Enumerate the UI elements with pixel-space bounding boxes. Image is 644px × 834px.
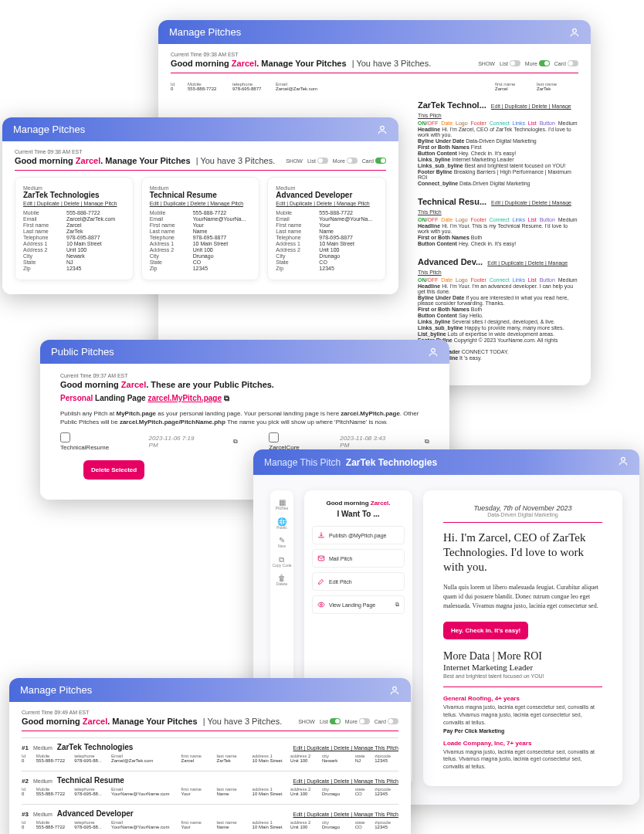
card-row: First nameYour — [276, 222, 378, 228]
nav-pitches[interactable]: ▦Pitches — [276, 498, 288, 511]
card-row: CityNewark — [23, 253, 125, 259]
card-actions[interactable]: Edit | Duplicate | Delete | Manage Pitch — [23, 201, 125, 206]
personal-landing-link: Personal Landing Page zarcel.MyPitch.pag… — [60, 394, 429, 403]
pitch-card: MediumTechnical ResumeEdit | Duplicate |… — [141, 177, 260, 280]
view-toggle: SHOW List More Card — [286, 158, 386, 164]
nav-delete[interactable]: 🗑Delete — [276, 574, 287, 587]
field-line: Links_byline Several sites I designed, d… — [418, 319, 578, 324]
panel-header: Public Pitches — [40, 340, 449, 364]
toggle-list[interactable]: List — [307, 158, 328, 164]
pill-row: ON/OFF Date Logo Footer Connect Links Li… — [418, 120, 578, 126]
field-line: Button Content Say Hello. — [418, 313, 578, 318]
svg-point-5 — [320, 604, 323, 606]
copy-icon[interactable]: ⧉ — [233, 438, 238, 446]
field-line: Links_byline Internet Marketing Leader — [418, 157, 578, 162]
card-medium: Medium — [276, 185, 378, 191]
opt-view-landing-page[interactable]: View Landing Page⧉ — [312, 595, 405, 614]
current-time: Current Time 09:38 AM EST — [171, 52, 578, 57]
job-desc-1: Vivamus magna justo, lacinia eget consec… — [443, 703, 602, 726]
panel-title: Manage Pitches — [169, 26, 241, 38]
copy-icon[interactable]: ⧉ — [224, 394, 229, 402]
card-row: EmailYourName@YourNa... — [276, 216, 378, 222]
card-row: StateCO — [150, 259, 252, 265]
toggle-more[interactable]: More — [345, 718, 370, 724]
pitch-check-row: TechnicalResume 2023-11-06 7:19 PM⧉ Zarc… — [60, 432, 429, 451]
user-icon[interactable] — [569, 27, 580, 38]
svg-point-2 — [432, 348, 436, 352]
landing-url-link[interactable]: zarcel.MyPitch.page — [147, 394, 222, 402]
card-row: StateNJ — [23, 259, 125, 265]
card-title: Technical Resume — [150, 191, 252, 199]
nav-public[interactable]: 🌐Public — [276, 517, 287, 531]
list-item-title: Technical Resume — [57, 776, 124, 785]
toggle-card[interactable]: Card — [554, 60, 578, 66]
card-row: First nameYour — [150, 222, 252, 228]
nav-new[interactable]: ✎New — [278, 536, 286, 549]
card-row: Last nameName — [150, 229, 252, 234]
field-line: List_byline Lots of expertise in wide de… — [418, 331, 578, 337]
pitch-card: MediumAdvanced DeveloperEdit | Duplicate… — [267, 177, 386, 280]
view-toggle: SHOW List More Card — [478, 60, 578, 66]
list-item-actions[interactable]: Edit | Duplicate | Delete | Manage This … — [293, 778, 398, 784]
checkbox-zarcelcore[interactable] — [269, 432, 279, 442]
checkbox-technicalresume[interactable] — [60, 432, 70, 442]
card-row: CityDrunago — [150, 253, 252, 259]
item-title: ZarTek Technol... — [418, 100, 486, 110]
item-title: Advanced Dev... — [418, 257, 483, 266]
preview-h3: Internet Marketing Leader — [443, 663, 602, 672]
field-line: Headline Hi. I'm Zarcel, CEO of ZarTek T… — [418, 127, 578, 137]
panel-header: Manage Pitches — [158, 20, 591, 44]
toggle-more[interactable]: More — [333, 158, 358, 164]
card-row: StateCO — [276, 259, 378, 265]
nav-copy-code[interactable]: ⧉Copy Code — [272, 555, 291, 568]
opt-edit-pitch[interactable]: Edit Pitch — [312, 572, 405, 591]
field-line: Footer Byline Breaking Barriers | High P… — [418, 169, 578, 180]
card-row: Address 2Unit 100 — [276, 247, 378, 253]
current-time: Current Time 09:38 AM EST — [15, 149, 386, 154]
manage-pitches-card-panel: Manage Pitches Current Time 09:38 AM EST… — [2, 117, 398, 294]
copy-icon[interactable]: ⧉ — [425, 438, 429, 446]
toggle-card[interactable]: Card — [375, 718, 398, 724]
opt-mail-pitch[interactable]: Mail Pitch — [312, 549, 405, 568]
panel-header: Manage Pitches — [2, 117, 398, 141]
card-row: EmailYourName@YourNa... — [150, 216, 252, 222]
list-item-title: ZarTek Technologies — [57, 743, 134, 751]
card-row: Address 110 Main Street — [23, 241, 125, 246]
user-icon[interactable] — [618, 456, 629, 469]
panel-title: Manage Pitches — [13, 124, 85, 135]
card-actions[interactable]: Edit | Duplicate | Delete | Manage Pitch — [276, 201, 378, 206]
svg-point-0 — [573, 29, 577, 32]
card-row: EmailZarcel@ZarTek.com — [23, 216, 125, 222]
card-row: Last nameName — [276, 229, 378, 234]
user-icon[interactable] — [389, 685, 400, 696]
opt-publish-mypitch-page[interactable]: Publish @MyPitch.page — [312, 526, 405, 544]
preview-headline: Hi. I'm Zarcel, CEO of ZarTek Technologi… — [443, 531, 602, 574]
toggle-list[interactable]: List — [320, 718, 341, 724]
card-row: Address 2Unit 100 — [150, 247, 252, 253]
card-row: Telephone978-695-8877 — [276, 235, 378, 240]
greeting: Good morning Zarcel. — [312, 500, 405, 507]
toggle-card[interactable]: Card — [362, 158, 386, 164]
i-want-to: I Want To ... — [312, 510, 405, 518]
list-item-actions[interactable]: Edit | Duplicate | Delete | Manage This … — [293, 745, 398, 751]
greeting: Good morning Zarcel. Manage Your Pitches… — [15, 156, 275, 165]
current-time: Current Time 09:49 AM EST — [22, 710, 398, 715]
list-item: #1MediumZarTek TechnologiesEdit | Duplic… — [22, 737, 398, 763]
delete-selected-button[interactable]: Delete Selected — [83, 460, 144, 480]
field-line: Links_sub_byline Best and brightest tale… — [418, 163, 578, 168]
list-item-actions[interactable]: Edit | Duplicate | Delete | Manage This … — [293, 812, 398, 817]
card-medium: Medium — [150, 185, 252, 191]
more-item: ZarTek Technol...Edit | Duplicate | Dele… — [418, 100, 578, 186]
preview-h2: More Data | More ROI — [443, 650, 602, 663]
cta-button[interactable]: Hey. Check in. It's easy! — [443, 622, 528, 639]
toggle-more[interactable]: More — [525, 60, 550, 66]
more-item: Technical Resu...Edit | Duplicate | Dele… — [418, 197, 578, 246]
preview-para: Nulla quis lorem ut libero malesuada feu… — [443, 583, 602, 611]
toggle-list[interactable]: List — [500, 60, 520, 66]
greeting: Good morning Zarcel. These are your Publ… — [60, 380, 429, 389]
user-icon[interactable] — [377, 124, 388, 135]
field-line: Links_sub_byline Happy to provide many, … — [418, 325, 578, 331]
card-actions[interactable]: Edit | Duplicate | Delete | Manage Pitch — [150, 201, 252, 206]
field-line: Connect_byline Data-Driven Digital Marke… — [418, 181, 578, 186]
user-icon[interactable] — [428, 347, 439, 358]
